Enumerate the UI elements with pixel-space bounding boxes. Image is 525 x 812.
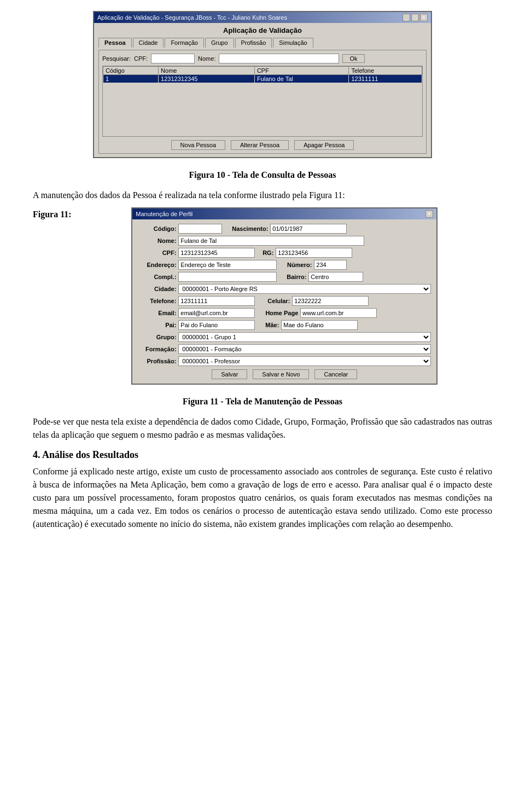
figure11-side-label: Figura 11: (33, 207, 72, 219)
telefone-label: Telefone: (138, 298, 176, 304)
figure10-caption: Figura 10 - Tela de Consulta de Pessoas (33, 170, 492, 180)
paragraph2: Conforme já explicado neste artigo, exis… (33, 465, 492, 531)
profissao-select[interactable]: 00000001 - Professor (178, 356, 431, 366)
search-label: Pesquisar: (102, 55, 131, 62)
results-table: Código Nome CPF Telefone 1 12312312345 (103, 66, 422, 83)
figure11-caption: Figura 11 - Tela de Manutenção de Pessoa… (33, 397, 492, 407)
compl-input[interactable] (178, 272, 277, 282)
ok-button[interactable]: Ok (342, 54, 364, 63)
tab-cidade[interactable]: Cidade (133, 38, 164, 48)
maximize-btn[interactable]: □ (411, 14, 419, 21)
name-label: Nome: (198, 55, 215, 62)
tab-profissao[interactable]: Profissão (235, 38, 272, 48)
alterar-pessoa-button[interactable]: Alterar Pessoa (231, 140, 289, 150)
tab-formacao[interactable]: Formação (165, 38, 204, 48)
bairro-input[interactable] (308, 272, 363, 282)
app-inner-title: Aplicação de Validação (98, 26, 427, 34)
figure10-title-text: Aplicação de Validação - Segurança JBoss… (97, 14, 287, 21)
telefone-input[interactable] (178, 296, 255, 306)
endereco-input[interactable] (178, 260, 277, 270)
celular-label: Celular: (257, 298, 290, 304)
tab-grupo[interactable]: Grupo (205, 38, 234, 48)
codigo-label: Código: (138, 225, 176, 232)
action-buttons: Nova Pessoa Alterar Pessoa Apagar Pessoa (102, 140, 423, 150)
figure10-titlebar: Aplicação de Validação - Segurança JBoss… (94, 12, 431, 23)
col-codigo: Código (103, 67, 159, 75)
paragraph1: Pode-se ver que nesta tela existe a depe… (33, 415, 492, 442)
compl-label: Compl.: (138, 274, 176, 280)
codigo-input[interactable] (178, 224, 222, 234)
email-label: Email: (138, 310, 176, 316)
section4-heading: 4. Análise dos Resultados (33, 449, 492, 461)
salvar-button[interactable]: Salvar (212, 369, 247, 379)
results-table-container: Código Nome CPF Telefone 1 12312312345 (102, 66, 423, 137)
numero-input[interactable] (314, 260, 347, 270)
cidade-select[interactable]: 00000001 - Porto Alegre RS (178, 284, 431, 294)
mae-input[interactable] (281, 320, 358, 330)
cell-nome: 12312312345 (159, 75, 255, 83)
rg-input[interactable] (276, 248, 352, 258)
cpf-input[interactable] (151, 54, 195, 63)
cell-cpf: Fulano de Tal (254, 75, 349, 83)
figure11-window: Manutenção de Perfil ✕ Código: Nasciment… (131, 207, 438, 385)
nome-input[interactable] (178, 236, 364, 246)
col-nome: Nome (159, 67, 255, 75)
bairro-label: Bairro: (279, 274, 306, 280)
grupo-label: Grupo: (138, 334, 176, 340)
col-telefone: Telefone (349, 67, 422, 75)
search-area: Pesquisar: CPF: Nome: Ok Código Nom (98, 50, 427, 154)
rg-label: RG: (257, 250, 273, 256)
salvar-novo-button[interactable]: Salvar e Novo (253, 369, 309, 379)
cancelar-button[interactable]: Cancelar (314, 369, 357, 379)
figure10-window: Aplicação de Validação - Segurança JBoss… (93, 11, 432, 158)
figure11-titlebar: Manutenção de Perfil ✕ (132, 208, 436, 219)
email-input[interactable] (178, 308, 255, 318)
nascimento-input[interactable] (270, 224, 347, 234)
close-btn[interactable]: ✕ (420, 14, 428, 21)
name-input[interactable] (219, 54, 339, 63)
nascimento-label: Nascimento: (224, 225, 268, 232)
tab-pessoa[interactable]: Pessoa (98, 38, 132, 48)
figure11-title-text: Manutenção de Perfil (136, 211, 192, 217)
cpf-f11-input[interactable] (178, 248, 255, 258)
tab-bar: Pessoa Cidade Formação Grupo Profissão S… (98, 38, 427, 48)
intro-text: A manutenção dos dados da Pessoa é reali… (33, 190, 345, 200)
maint-close-btn[interactable]: ✕ (425, 210, 433, 218)
minimize-btn[interactable]: _ (402, 14, 410, 21)
numero-label: Número: (279, 262, 312, 268)
col-cpf: CPF (254, 67, 349, 75)
homepage-input[interactable] (300, 308, 377, 318)
profissao-label: Profissão: (138, 358, 176, 364)
cpf-f11-label: CPF: (138, 250, 176, 256)
nova-pessoa-button[interactable]: Nova Pessoa (171, 140, 225, 150)
mae-label: Mãe: (257, 322, 279, 328)
cpf-label: CPF: (134, 55, 148, 62)
celular-input[interactable] (292, 296, 369, 306)
cell-telefone: 12311111 (349, 75, 422, 83)
nome-label: Nome: (138, 237, 176, 244)
formacao-select[interactable]: 00000001 - Formação (178, 344, 431, 354)
apagar-pessoa-button[interactable]: Apagar Pessoa (294, 140, 354, 150)
endereco-label: Endereço: (138, 262, 176, 268)
cidade-label: Cidade: (138, 286, 176, 292)
maint-action-buttons: Salvar Salvar e Novo Cancelar (138, 369, 431, 379)
maint-form: Código: Nascimento: Nome: CPF: R (132, 219, 436, 384)
grupo-select[interactable]: 00000001 - Grupo 1 (178, 332, 431, 342)
cell-codigo: 1 (103, 75, 159, 83)
tab-simulacao[interactable]: Simulação (273, 38, 313, 48)
pai-input[interactable] (178, 320, 255, 330)
table-row[interactable]: 1 12312312345 Fulano de Tal 12311111 (103, 75, 422, 83)
formacao-label: Formação: (138, 346, 176, 352)
homepage-label: Home Page (257, 310, 298, 316)
pai-label: Pai: (138, 322, 176, 328)
